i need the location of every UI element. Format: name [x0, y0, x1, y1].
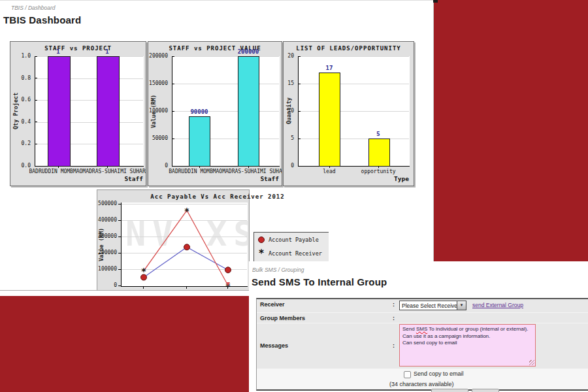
y-tick: [298, 139, 301, 139]
x-tick: [248, 166, 249, 168]
x-tick: [329, 166, 330, 168]
y-tick: [172, 166, 174, 167]
y-tick: [172, 111, 174, 112]
y-tick: [118, 237, 121, 237]
y-tick: [298, 166, 301, 167]
line-series-canvas: ***: [122, 203, 248, 286]
bar-value-label: 5: [359, 131, 398, 137]
messages-textarea[interactable]: Send SMS To individual or group (interna…: [399, 324, 536, 367]
messages-text: Send SMS To individual or group (interna…: [402, 326, 532, 347]
breadcrumb: Bulk SMS / Grouping: [252, 267, 304, 273]
y-tick: [172, 84, 174, 84]
marker-asterisk: *: [184, 206, 189, 216]
y-tick: [118, 253, 121, 253]
x-tick-label: BADRUDDIN MOMBMAOMADRAS-SUHAIMI SUHA: [169, 169, 282, 174]
x-tick: [58, 166, 59, 168]
grid-line: [299, 84, 409, 84]
receiver-select-value: Please Select Receiver: [402, 302, 459, 309]
receiver-row: Receiver : Please Select Receiver ▼ send…: [257, 299, 588, 313]
sms-form-table: Receiver : Please Select Receiver ▼ send…: [256, 298, 588, 391]
page-title: Send SMS To Internal Group: [252, 276, 387, 287]
chart-staff-vs-project-value: STAFF vs PROJECT VALUE050000100000150000…: [148, 41, 282, 186]
legend-label: Account Payable: [269, 237, 319, 243]
y-axis-title: Value (RM): [98, 203, 105, 286]
y-tick: [35, 100, 37, 101]
chevron-down-icon[interactable]: ▼: [457, 301, 466, 310]
bar: [189, 116, 210, 167]
background-block-top-right: [433, 0, 588, 267]
sms-form-region: Bulk SMS / Grouping Send SMS To Internal…: [249, 261, 588, 392]
send-copy-label: Send copy to email: [414, 370, 464, 377]
legend-item-receiver: * Account Receiver: [254, 247, 329, 260]
legend-label: Account Receiver: [269, 250, 322, 257]
messages-line: Can send copy to email: [402, 340, 532, 347]
y-axis-title: Quantity: [286, 56, 292, 166]
chart-title: LIST OF LEADS/OPPORTUNITY: [284, 45, 414, 52]
messages-row: Messages : Send SMS To individual or gro…: [257, 323, 588, 369]
y-axis-title: Value (RM): [150, 56, 157, 166]
x-axis-title: Staff: [172, 175, 279, 182]
send-copy-checkbox[interactable]: [404, 371, 411, 378]
messages-line: Send SMS To individual or group (interna…: [402, 326, 532, 333]
chart-staff-vs-project: STAFF vs PROJECT0.00.20.40.60.81.011BADR…: [10, 41, 146, 186]
y-tick: [35, 56, 37, 57]
y-tick: [35, 166, 37, 167]
legend-item-payable: Account Payable: [254, 233, 329, 246]
chart-title: Acc Payable Vs Acc Receiver 2012: [120, 193, 316, 200]
x-tick: [107, 166, 108, 168]
marker-circle: [184, 244, 190, 250]
bar-value-label: 1: [39, 48, 78, 55]
y-tick: [118, 220, 121, 221]
x-tick-label: lead: [303, 169, 355, 174]
grid-line: [172, 56, 279, 57]
chart-legend: Account Payable * Account Receiver: [253, 232, 329, 262]
colon: :: [393, 315, 395, 321]
resize-handle-icon[interactable]: [529, 360, 534, 365]
bar-value-label: 17: [310, 65, 349, 71]
messages-line: Can use it as a campaign information.: [402, 333, 532, 340]
x-tick: [199, 166, 200, 168]
y-tick: [118, 269, 121, 270]
x-axis-title: Type: [298, 175, 409, 182]
group-members-label: Group Members: [260, 315, 305, 321]
background-block-bottom-left: [0, 296, 255, 392]
marker-asterisk: *: [141, 266, 146, 276]
bar: [97, 56, 120, 167]
chars-available-note: (34 characters available): [389, 381, 454, 387]
x-tick: [378, 166, 379, 168]
page-title: TBIS Dashboard: [3, 14, 81, 25]
dashboard-region: TBIS / Dashboard TBIS Dashboard STAFF vs…: [0, 0, 433, 291]
bar: [368, 139, 390, 167]
chart-leads-opportunity: LIST OF LEADS/OPPORTUNITY0510152017lead5…: [283, 41, 414, 186]
grid-line: [172, 84, 279, 84]
colon: :: [393, 342, 395, 349]
bar: [48, 56, 71, 167]
send-external-group-link[interactable]: send External Group: [472, 302, 523, 308]
y-tick: [298, 84, 301, 84]
form-button-stub[interactable]: [472, 389, 499, 392]
grid-line: [299, 111, 409, 112]
y-tick: [35, 78, 37, 78]
bar-value-label: 200000: [229, 48, 268, 55]
y-tick: [172, 56, 174, 57]
bar: [238, 56, 259, 167]
x-axis-title: Staff: [35, 175, 143, 182]
misspelled-word: SMS: [416, 326, 427, 332]
chars-available-row: (34 characters available): [257, 380, 588, 389]
x-tick-label: BADRUDDIN MOMBMAOMADRAS-SUHAIMI SUHARD: [29, 169, 146, 174]
receiver-select[interactable]: Please Select Receiver ▼: [399, 301, 466, 310]
y-axis-title: Qty Project: [12, 56, 19, 166]
y-tick: [172, 139, 174, 139]
payable-marker-icon: [254, 234, 269, 246]
grid-line: [172, 139, 279, 139]
x-tick: [143, 286, 144, 289]
send-copy-row: Send copy to email: [257, 369, 588, 380]
x-tick: [186, 286, 187, 289]
form-button-stub[interactable]: [431, 389, 468, 392]
y-tick: [118, 204, 121, 204]
marker-circle: [225, 267, 231, 273]
bar: [319, 73, 340, 167]
bar-value-label: 90000: [180, 108, 219, 115]
grid-line: [299, 139, 409, 139]
grid-line: [299, 56, 409, 57]
